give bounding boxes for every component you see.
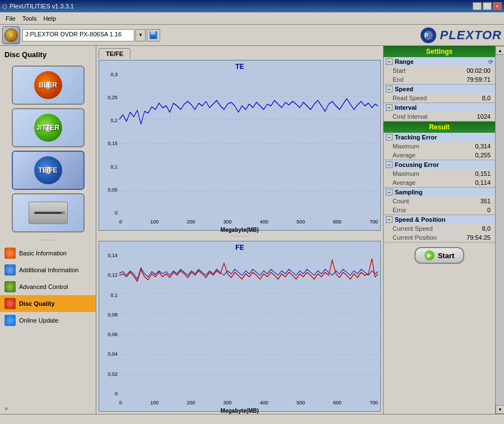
online-update-icon	[4, 315, 16, 326]
sampling-error-value: 0	[487, 207, 491, 213]
tab-tefe[interactable]: TE/FE	[99, 48, 130, 59]
sidebar-item-discquality[interactable]: Disc Quality	[0, 295, 96, 312]
sidebar-item-online[interactable]: Online Update	[0, 312, 96, 329]
interval-collapse-btn[interactable]: −	[386, 104, 393, 111]
fe-x-0: 0	[119, 400, 122, 406]
tracking-section-header: − Tracking Error	[384, 133, 495, 142]
focusing-max-label: Maximum	[393, 170, 419, 177]
range-reset-icon[interactable]: ⟳	[488, 59, 493, 65]
fe-chart-box: FE 0,14 0,12 0,1 0,08 0,06 0,04 0,02 0	[99, 241, 381, 412]
current-position-row: Current Position 79:54:25	[384, 233, 495, 242]
te-x-0: 0	[119, 219, 122, 225]
sidebar-expand-arrow[interactable]: »	[0, 403, 96, 414]
disc-icon-jitter[interactable]: JITTER	[12, 108, 85, 147]
drive-dropdown-arrow[interactable]: ▼	[136, 29, 146, 41]
tracking-max-row: Maximum 0,314	[384, 142, 495, 151]
scroll-down-btn[interactable]: ▼	[496, 405, 504, 414]
te-x-400: 400	[260, 219, 268, 225]
tracking-avg-label: Average	[393, 152, 416, 159]
disc-bler-circle: BLER	[34, 71, 62, 99]
range-label: Range	[395, 58, 414, 65]
range-end-row: End 79:59:71	[384, 75, 495, 84]
maximize-button[interactable]: □	[483, 2, 492, 10]
charts-container: TE 0,3 0,25 0,2 0,15 0,1 0,05 0	[99, 60, 381, 412]
focusing-avg-label: Average	[393, 179, 416, 186]
close-button[interactable]: ×	[493, 2, 502, 10]
scroll-up-btn[interactable]: ▲	[496, 46, 504, 55]
read-speed-row: Read Speed 8,0	[384, 94, 495, 102]
disc-jitter-circle: JITTER	[34, 114, 62, 142]
status-bar	[0, 414, 504, 424]
cmd-interval-value: 1024	[477, 113, 491, 120]
menu-file[interactable]: File	[2, 14, 19, 23]
focusing-collapse-btn[interactable]: −	[386, 161, 393, 168]
disc-jitter-label: JITTER	[36, 124, 59, 132]
sidebar-item-additional[interactable]: Additional Information	[0, 262, 96, 278]
toolbar: J:PLEXTOR DVDR PX-806SA 1.16 ▼ P PLEXTOR	[0, 25, 504, 46]
sidebar-item-advanced[interactable]: Advanced Control	[0, 278, 96, 295]
cmd-interval-row: Cmd Interval 1024	[384, 112, 495, 121]
scroll-track[interactable]	[496, 55, 504, 405]
svg-rect-2	[151, 36, 156, 39]
te-waveform	[119, 99, 378, 124]
te-y-label-2: 0,2	[110, 118, 118, 123]
read-speed-label: Read Speed	[393, 95, 427, 101]
right-scrollbar[interactable]: ▲ ▼	[495, 46, 504, 414]
disc-quality-icon	[4, 298, 16, 309]
drive-slot	[34, 212, 62, 214]
plextor-text: PLEXTOR	[440, 28, 502, 43]
te-x-700: 700	[370, 219, 378, 225]
settings-header: Settings	[384, 46, 495, 57]
fe-y-label-2: 0,1	[110, 292, 118, 298]
fe-x-400: 400	[260, 400, 268, 406]
drive-selector[interactable]: J:PLEXTOR DVDR PX-806SA 1.16 ▼	[22, 29, 160, 41]
current-speed-label: Current Speed	[393, 225, 433, 232]
fe-x-unit: Megabyte(MB)	[221, 408, 259, 414]
tracking-avg-row: Average 0,255	[384, 151, 495, 160]
settings-section-focusing: − Focusing Error Maximum 0,151 Average 0…	[384, 160, 495, 188]
fe-y-label-7: 0	[115, 391, 118, 397]
fe-y-label-1: 0,12	[108, 272, 118, 278]
disc-tefe-label: TE/FE	[38, 166, 57, 174]
settings-section-speedpos: − Speed & Position Current Speed 8,0 Cur…	[384, 215, 495, 243]
range-collapse-btn[interactable]: −	[386, 58, 393, 65]
disc-icon-tefe[interactable]: TE/FE	[12, 151, 85, 190]
settings-section-sampling: − Sampling Count 351 Error 0	[384, 188, 495, 215]
settings-panel: Settings − Range ⟳ Start 00:02:00 End 79…	[383, 46, 495, 414]
speedpos-collapse-btn[interactable]: −	[386, 216, 393, 223]
disc-icons-container: BLER JITTER TE/FE	[0, 63, 96, 235]
fe-x-700: 700	[370, 400, 378, 406]
fe-chart-title: FE	[101, 244, 378, 251]
sampling-count-label: Count	[393, 198, 409, 204]
speed-collapse-btn[interactable]: −	[386, 86, 393, 92]
title-bar: ⬡ PlexUTILITIES v1.3.3.1 _ □ ×	[0, 0, 504, 12]
fe-y-label-4: 0,06	[108, 332, 118, 337]
disc-icon-drive[interactable]	[12, 193, 85, 232]
title-bar-controls[interactable]: _ □ ×	[473, 2, 502, 10]
save-button[interactable]	[147, 29, 160, 41]
read-speed-value: 8,0	[482, 95, 491, 101]
start-button[interactable]: ▶ Start	[414, 247, 465, 264]
te-x-unit: Megabyte(MB)	[221, 227, 259, 233]
range-section-header: − Range ⟳	[384, 57, 495, 66]
plextor-logo: P PLEXTOR	[421, 27, 502, 43]
result-header: Result	[384, 122, 495, 133]
fe-y-label-5: 0,04	[108, 351, 118, 357]
minimize-button[interactable]: _	[473, 2, 482, 10]
te-y-label-1: 0,25	[108, 95, 118, 100]
sampling-collapse-btn[interactable]: −	[386, 189, 393, 195]
speedpos-section-header: − Speed & Position	[384, 215, 495, 224]
drive-dropdown[interactable]: J:PLEXTOR DVDR PX-806SA 1.16	[22, 29, 134, 41]
te-y-label-6: 0	[115, 210, 118, 216]
range-start-row: Start 00:02:00	[384, 66, 495, 75]
menu-tools[interactable]: Tools	[19, 14, 40, 23]
te-y-label-5: 0,05	[108, 187, 118, 193]
sidebar-item-basic[interactable]: Basic Information	[0, 245, 96, 262]
chart-panel: TE/FE TE 0,3 0,25 0,2 0,15 0,1 0,05 0	[96, 46, 383, 414]
te-y-label-4: 0,1	[110, 164, 118, 170]
tracking-collapse-btn[interactable]: −	[386, 134, 393, 141]
te-chart-title: TE	[101, 63, 378, 71]
menu-help[interactable]: Help	[40, 14, 59, 23]
disc-icon-bler[interactable]: BLER	[12, 66, 85, 105]
start-btn-area: ▶ Start	[384, 243, 495, 268]
